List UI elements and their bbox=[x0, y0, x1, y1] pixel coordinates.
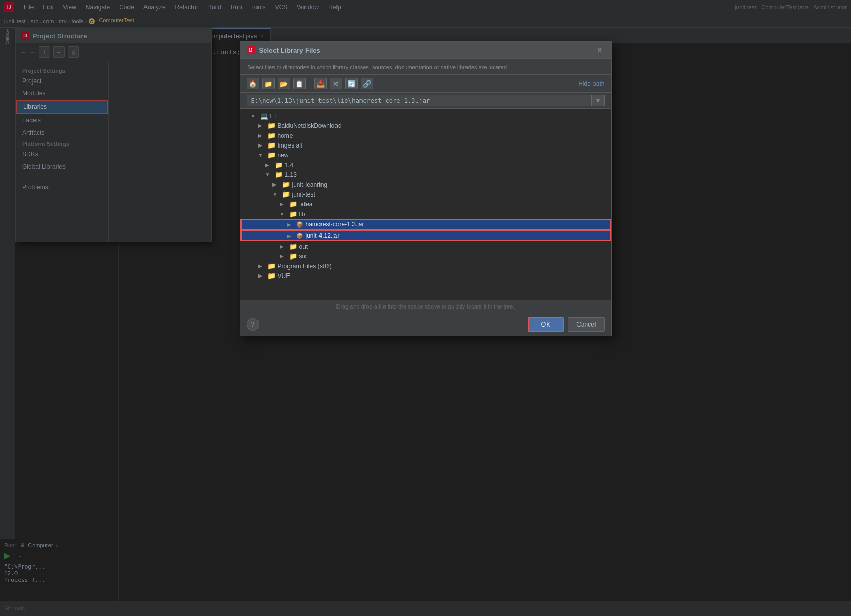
toolbar-edit-btn[interactable]: 🔗 bbox=[361, 78, 373, 89]
ft-113[interactable]: ▼ 📁 1.13 bbox=[240, 170, 611, 180]
select-library-dialog: IJ Select Library Files ✕ Select files o… bbox=[240, 41, 612, 336]
path-input[interactable] bbox=[247, 95, 591, 106]
toolbar-link-btn[interactable]: 📤 bbox=[314, 78, 327, 89]
dialog-footer: ? OK Cancel bbox=[240, 313, 611, 336]
ft-junit-test[interactable]: ▼ 📁 junit-test bbox=[240, 189, 611, 199]
ft-drive-e[interactable]: ▼ 💻 E: bbox=[240, 111, 611, 121]
ft-src[interactable]: ▶ 📁 src bbox=[240, 251, 611, 261]
drag-drop-hint: Drag and drop a file into the space abov… bbox=[240, 300, 611, 313]
ft-junit-leanring[interactable]: ▶ 📁 junit-leanring bbox=[240, 180, 611, 189]
toolbar-refresh-btn[interactable]: 🔄 bbox=[345, 78, 358, 89]
ft-out[interactable]: ▶ 📁 out bbox=[240, 241, 611, 251]
path-input-row: ▼ bbox=[240, 93, 611, 109]
ft-imges[interactable]: ▶ 📁 Imges all bbox=[240, 140, 611, 150]
file-tree: ▼ 💻 E: ▶ 📁 BaiduNetdiskDownload ▶ 📁 home… bbox=[240, 109, 611, 300]
ft-program-files[interactable]: ▶ 📁 Program Files (x86) bbox=[240, 261, 611, 271]
toolbar-folder-btn[interactable]: 📁 bbox=[262, 78, 275, 89]
toolbar-home-btn[interactable]: 🏠 bbox=[247, 78, 259, 89]
path-input-wrapper: ▼ bbox=[247, 95, 605, 106]
dialog-description: Select files or directories in which lib… bbox=[240, 59, 611, 75]
toolbar-open-btn[interactable]: 📂 bbox=[278, 78, 290, 89]
ft-vue[interactable]: ▶ 📁 VUE bbox=[240, 271, 611, 281]
ok-button[interactable]: OK bbox=[528, 317, 564, 332]
help-btn[interactable]: ? bbox=[247, 318, 259, 331]
dialog-toolbar: 🏠 📁 📂 📋 📤 ✕ 🔄 🔗 Hide path bbox=[240, 75, 611, 93]
toolbar-delete-btn[interactable]: ✕ bbox=[330, 78, 342, 89]
ft-new[interactable]: ▼ 📁 new bbox=[240, 150, 611, 160]
path-dropdown-btn[interactable]: ▼ bbox=[591, 95, 604, 106]
ft-14[interactable]: ▶ 📁 1.4 bbox=[240, 160, 611, 170]
dialog-overlay: IJ Select Library Files ✕ Select files o… bbox=[0, 0, 851, 616]
cancel-button[interactable]: Cancel bbox=[568, 317, 604, 332]
toolbar-sep1 bbox=[310, 79, 310, 88]
hide-path-btn[interactable]: Hide path bbox=[578, 80, 604, 87]
dialog-logo: IJ bbox=[247, 46, 255, 54]
ft-junit412[interactable]: ▶ 📦 junit-4.12.jar bbox=[240, 230, 611, 241]
dialog-action-btns: OK Cancel bbox=[528, 317, 605, 332]
ft-lib[interactable]: ▼ 📁 lib bbox=[240, 209, 611, 219]
ft-baidu[interactable]: ▶ 📁 BaiduNetdiskDownload bbox=[240, 121, 611, 131]
ft-home[interactable]: ▶ 📁 home bbox=[240, 131, 611, 140]
toolbar-copy-btn[interactable]: 📋 bbox=[293, 78, 306, 89]
dialog-close-btn[interactable]: ✕ bbox=[595, 46, 605, 54]
ft-idea[interactable]: ▶ 📁 .idea bbox=[240, 199, 611, 209]
dialog-title: Select Library Files bbox=[259, 46, 590, 54]
dialog-header: IJ Select Library Files ✕ bbox=[240, 42, 611, 59]
ft-hamcrest[interactable]: ▶ 📦 hamcrest-core-1.3.jar bbox=[240, 219, 611, 230]
